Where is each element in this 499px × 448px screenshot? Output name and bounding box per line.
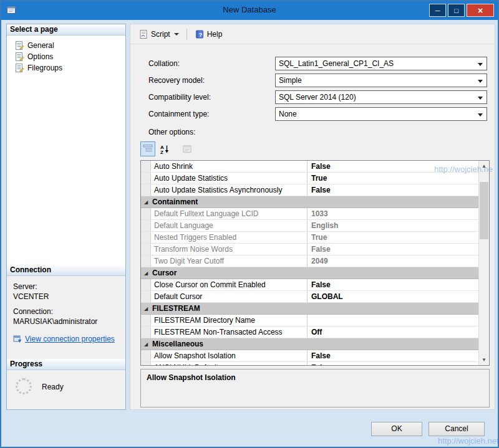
sidebar-item-label: General bbox=[27, 41, 54, 50]
scrollbar-thumb[interactable] bbox=[480, 182, 488, 239]
recovery-model-select[interactable]: Simple bbox=[275, 74, 487, 87]
help-book-icon: ? bbox=[195, 29, 205, 39]
progress-header: Progress bbox=[7, 359, 125, 370]
sidebar-item-label: Options bbox=[27, 52, 53, 61]
categorized-view-button[interactable] bbox=[140, 141, 155, 156]
property-name: Close Cursor on Commit Enabled bbox=[151, 279, 308, 290]
maximize-button[interactable]: □ bbox=[448, 4, 465, 17]
grid-property-row[interactable]: FILESTREAM Non-Transacted AccessOff bbox=[141, 326, 478, 338]
page-icon bbox=[14, 41, 24, 50]
recovery-model-value: Simple bbox=[279, 76, 302, 85]
property-value[interactable]: 2049 bbox=[308, 255, 478, 267]
collapse-triangle-icon[interactable]: ◢ bbox=[141, 199, 151, 205]
progress-spinner-icon bbox=[16, 378, 32, 394]
property-name: Default Language bbox=[151, 220, 308, 231]
property-name: FILESTREAM Directory Name bbox=[151, 315, 308, 326]
collation-select[interactable]: SQL_Latin1_General_CP1_CI_AS bbox=[275, 57, 487, 70]
scroll-down-arrow-icon[interactable]: ▼ bbox=[479, 355, 489, 365]
property-name: Auto Shrink bbox=[151, 161, 308, 172]
toolbar: Script ? Help bbox=[130, 24, 495, 44]
cancel-button[interactable]: Cancel bbox=[429, 422, 485, 436]
collapse-triangle-icon[interactable]: ◢ bbox=[141, 341, 151, 347]
property-value[interactable]: True bbox=[308, 173, 478, 184]
sidebar-item-options[interactable]: Options bbox=[9, 51, 123, 62]
property-pages-button bbox=[180, 141, 195, 156]
grid-category-row[interactable]: ◢Cursor bbox=[141, 267, 478, 279]
property-value[interactable]: Off bbox=[308, 326, 478, 338]
grid-property-row[interactable]: Default Fulltext Language LCID1033 bbox=[141, 208, 478, 220]
close-button[interactable]: × bbox=[467, 4, 494, 17]
property-grid-rows: Auto ShrinkFalseAuto Update StatisticsTr… bbox=[141, 161, 478, 365]
grid-property-row[interactable]: Two Digit Year Cutoff2049 bbox=[141, 255, 478, 267]
row-gutter bbox=[141, 208, 151, 219]
grid-property-row[interactable]: Auto Update Statistics AsynchronouslyFal… bbox=[141, 184, 478, 196]
script-icon bbox=[138, 29, 148, 39]
grid-property-row[interactable]: FILESTREAM Directory Name bbox=[141, 315, 478, 326]
svg-text:Z: Z bbox=[160, 150, 163, 155]
recovery-model-label: Recovery model: bbox=[148, 74, 270, 87]
script-button[interactable]: Script bbox=[135, 27, 182, 41]
page-list: General Options Filegroups bbox=[7, 36, 125, 265]
row-gutter bbox=[141, 315, 151, 326]
property-value[interactable]: False bbox=[308, 350, 478, 361]
property-grid: Auto ShrinkFalseAuto Update StatisticsTr… bbox=[140, 160, 490, 366]
grid-property-row[interactable]: Default CursorGLOBAL bbox=[141, 291, 478, 303]
containment-type-select[interactable]: None bbox=[275, 107, 487, 121]
grid-category-row[interactable]: ◢FILESTREAM bbox=[141, 303, 478, 315]
property-value[interactable]: English bbox=[308, 220, 478, 231]
property-value[interactable] bbox=[308, 315, 478, 326]
help-button-label: Help bbox=[207, 30, 223, 39]
grid-category-row[interactable]: ◢Miscellaneous bbox=[141, 338, 478, 350]
sidebar-item-filegroups[interactable]: Filegroups bbox=[9, 62, 123, 74]
grid-property-row[interactable]: Default LanguageEnglish bbox=[141, 220, 478, 232]
chevron-down-icon bbox=[478, 63, 483, 66]
connection-value: MARUSIAK\administrator bbox=[13, 317, 119, 326]
property-value[interactable]: False bbox=[308, 244, 478, 255]
collapse-triangle-icon[interactable]: ◢ bbox=[141, 270, 151, 276]
collapse-triangle-icon[interactable]: ◢ bbox=[141, 306, 151, 312]
view-connection-properties-link[interactable]: View connection properties bbox=[25, 335, 115, 343]
compatibility-level-value: SQL Server 2014 (120) bbox=[279, 93, 356, 102]
collation-label: Collation: bbox=[148, 57, 270, 70]
progress-panel: Ready bbox=[7, 370, 125, 409]
grid-property-row[interactable]: Close Cursor on Commit EnabledFalse bbox=[141, 279, 478, 291]
sidebar-item-general[interactable]: General bbox=[9, 40, 123, 51]
grid-property-row[interactable]: ANSI NULL DefaultFalse bbox=[141, 362, 478, 365]
compatibility-level-label: Compatibility level: bbox=[148, 90, 270, 104]
row-gutter bbox=[141, 326, 151, 338]
property-value[interactable]: 1033 bbox=[308, 208, 478, 219]
property-value[interactable]: GLOBAL bbox=[308, 291, 478, 302]
vertical-scrollbar[interactable]: ▲ ▼ bbox=[478, 161, 489, 365]
property-value[interactable]: False bbox=[308, 279, 478, 290]
grid-property-row[interactable]: Auto Update StatisticsTrue bbox=[141, 173, 478, 184]
scroll-up-arrow-icon[interactable]: ▲ bbox=[479, 161, 489, 171]
help-button[interactable]: ? Help bbox=[191, 27, 226, 41]
alphabetical-sort-button[interactable]: AZ bbox=[157, 141, 172, 156]
row-gutter bbox=[141, 244, 151, 255]
property-value[interactable]: False bbox=[308, 161, 478, 172]
row-gutter bbox=[141, 255, 151, 267]
chevron-down-icon bbox=[478, 113, 483, 117]
grid-category-row[interactable]: ◢Containment bbox=[141, 196, 478, 208]
select-a-page-header: Select a page bbox=[7, 24, 125, 36]
toolbar-separator bbox=[187, 29, 187, 40]
sidebar-item-label: Filegroups bbox=[27, 64, 62, 72]
grid-property-row[interactable]: Nested Triggers EnabledTrue bbox=[141, 232, 478, 244]
row-gutter bbox=[141, 291, 151, 302]
title-bar[interactable]: New Database ─ □ × bbox=[1, 1, 498, 20]
ok-button[interactable]: OK bbox=[371, 422, 422, 436]
property-name: Allow Snapshot Isolation bbox=[151, 350, 308, 361]
grid-property-row[interactable]: Allow Snapshot IsolationFalse bbox=[141, 350, 478, 362]
connection-label: Connection: bbox=[13, 307, 119, 316]
property-value[interactable]: False bbox=[308, 184, 478, 196]
property-name: Auto Update Statistics bbox=[151, 173, 308, 184]
compatibility-level-select[interactable]: SQL Server 2014 (120) bbox=[275, 90, 487, 104]
minimize-button[interactable]: ─ bbox=[429, 4, 446, 17]
grid-property-row[interactable]: Transform Noise WordsFalse bbox=[141, 244, 478, 255]
grid-property-row[interactable]: Auto ShrinkFalse bbox=[141, 161, 478, 173]
row-gutter bbox=[141, 220, 151, 231]
property-value[interactable]: True bbox=[308, 232, 478, 243]
containment-type-label: Containment type: bbox=[148, 107, 270, 121]
property-value[interactable]: False bbox=[308, 362, 478, 365]
connection-header: Connection bbox=[7, 265, 125, 276]
